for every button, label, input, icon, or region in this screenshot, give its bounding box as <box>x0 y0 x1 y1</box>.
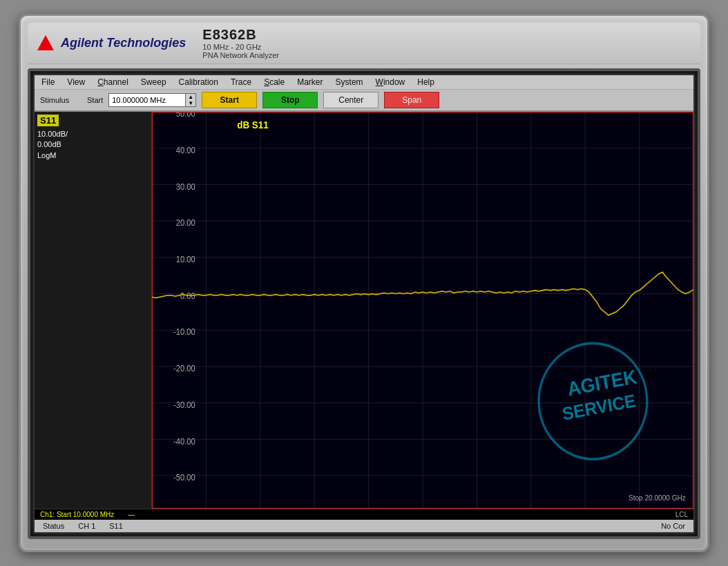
span-button[interactable]: Span <box>384 92 439 108</box>
menu-channel[interactable]: Channel <box>96 77 130 88</box>
start-input-group[interactable]: ▲ ▼ <box>108 93 196 107</box>
trace-label: S11 <box>37 115 59 126</box>
menu-system[interactable]: System <box>334 77 365 88</box>
input-spinners: ▲ ▼ <box>185 94 195 106</box>
model-spec-freq: 10 MHz - 20 GHz <box>202 43 279 51</box>
menu-sweep[interactable]: Sweep <box>140 77 168 88</box>
svg-text:30.00: 30.00 <box>176 182 195 191</box>
spinner-down[interactable]: ▼ <box>186 100 195 106</box>
trace-format: LogM <box>37 150 149 161</box>
bottom-instrument-bar: Status CH 1 S11 No Cor <box>35 520 693 532</box>
svg-text:Stop 20.0000 GHz: Stop 20.0000 GHz <box>629 494 686 502</box>
svg-text:10.00: 10.00 <box>176 255 195 264</box>
svg-text:40.00: 40.00 <box>176 146 195 155</box>
model-number: E8362B <box>202 27 279 43</box>
svg-text:20.00: 20.00 <box>176 219 195 227</box>
svg-text:-20.00: -20.00 <box>173 364 195 373</box>
model-info: E8362B 10 MHz - 20 GHz PNA Network Analy… <box>202 27 279 59</box>
no-cor-label: No Cor <box>661 522 685 530</box>
svg-text:dB S11: dB S11 <box>237 119 269 131</box>
agilent-logo: Agilent Technologies <box>36 34 186 53</box>
start-input[interactable] <box>109 95 185 106</box>
start-button[interactable]: Start <box>202 92 257 108</box>
status-bottom: Status <box>43 522 64 530</box>
svg-text:-30.00: -30.00 <box>173 401 195 409</box>
screen: File View Channel Sweep Calibration Trac… <box>33 74 695 534</box>
menu-calibration[interactable]: Calibration <box>178 77 220 88</box>
left-panel: S11 10.00dB/ 0.00dB LogM <box>35 112 152 509</box>
stop-button[interactable]: Stop <box>262 92 318 108</box>
agilent-logo-icon <box>36 34 55 53</box>
menu-view[interactable]: View <box>66 77 86 88</box>
trace-info: 10.00dB/ 0.00dB LogM <box>37 129 149 161</box>
trace-scale: 10.00dB/ <box>37 129 149 139</box>
stimulus-label: Stimulus <box>40 96 82 104</box>
menu-file[interactable]: File <box>40 77 56 88</box>
chart-svg: 50.00 40.00 30.00 20.00 10.00 0.00 -10.0… <box>152 112 693 509</box>
center-button[interactable]: Center <box>323 92 379 108</box>
menu-trace[interactable]: Trace <box>229 77 253 88</box>
menu-bar: File View Channel Sweep Calibration Trac… <box>35 75 693 90</box>
toolbar: Stimulus Start ▲ ▼ Start Stop Center Spa… <box>35 90 693 112</box>
chart-area: 50.00 40.00 30.00 20.00 10.00 0.00 -10.0… <box>152 112 693 509</box>
svg-text:-10.00: -10.00 <box>173 328 195 336</box>
menu-marker[interactable]: Marker <box>296 77 324 88</box>
trace-ref: 0.00dB <box>37 139 149 150</box>
svg-text:-50.00: -50.00 <box>173 474 195 482</box>
ch-start-label: Ch1: Start 10.0000 MHz <box>40 511 114 518</box>
main-display: S11 10.00dB/ 0.00dB LogM <box>35 112 693 509</box>
marker-indicator: — <box>128 511 135 518</box>
svg-text:50.00: 50.00 <box>176 112 195 118</box>
screen-bezel: File View Channel Sweep Calibration Trac… <box>28 68 700 539</box>
svg-text:-40.00: -40.00 <box>173 437 195 445</box>
menu-help[interactable]: Help <box>416 77 436 88</box>
trace-bottom: S11 <box>109 522 123 530</box>
brand-name: Agilent Technologies <box>61 36 186 50</box>
menu-scale[interactable]: Scale <box>262 77 286 88</box>
model-spec-type: PNA Network Analyzer <box>202 51 279 59</box>
status-bar: Ch1: Start 10.0000 MHz — LCL <box>35 509 693 520</box>
instrument-header: Agilent Technologies E8362B 10 MHz - 20 … <box>28 23 700 64</box>
spinner-up[interactable]: ▲ <box>186 94 195 100</box>
menu-window[interactable]: Window <box>374 77 407 88</box>
start-label: Start <box>87 96 103 104</box>
svg-marker-0 <box>37 35 54 50</box>
instrument-body: Agilent Technologies E8362B 10 MHz - 20 … <box>19 14 709 552</box>
ch-bottom: CH 1 <box>78 522 95 530</box>
lcl-label: LCL <box>676 511 688 518</box>
